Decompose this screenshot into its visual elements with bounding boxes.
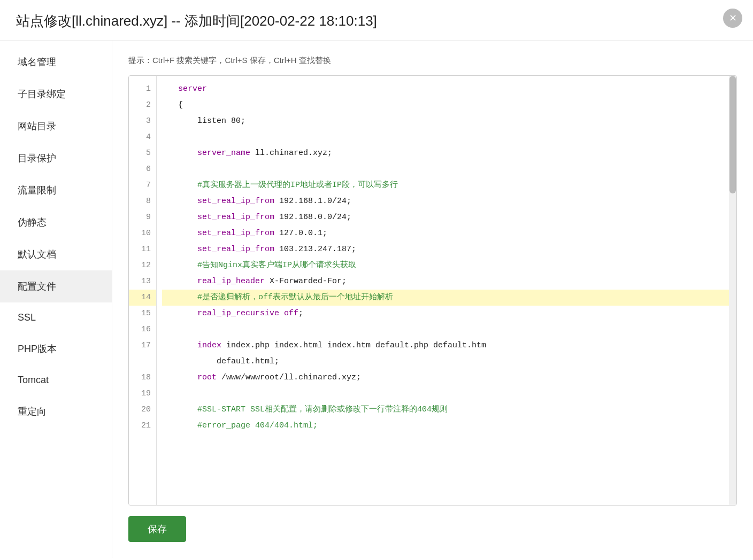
line-number: 8 [129, 193, 156, 209]
save-button[interactable]: 保存 [128, 516, 186, 542]
line-number: 13 [129, 274, 156, 290]
save-btn-row: 保存 [128, 513, 737, 542]
sidebar-item-ssl[interactable]: SSL [0, 302, 112, 333]
line-number: 7 [129, 177, 156, 193]
sidebar-item-redirect[interactable]: 重定向 [0, 395, 112, 427]
close-button[interactable]: ✕ [723, 9, 742, 28]
line-number: 14 [129, 290, 156, 306]
code-line: set_real_ip_from 192.168.1.0/24; [162, 193, 736, 209]
code-line: real_ip_header X-Forwarded-For; [162, 274, 736, 290]
code-line: server_name ll.chinared.xyz; [162, 145, 736, 161]
code-editor[interactable]: 123456789101112131415161718192021 server… [129, 76, 736, 505]
line-number: 20 [129, 402, 156, 418]
code-line: set_real_ip_from 127.0.0.1; [162, 225, 736, 242]
code-line: #告知Nginx真实客户端IP从哪个请求头获取 [162, 258, 736, 274]
line-numbers: 123456789101112131415161718192021 [129, 76, 157, 505]
line-number: 19 [129, 386, 156, 402]
sidebar: 域名管理 子目录绑定 网站目录 目录保护 流量限制 伪静态 默认文档 配置文件 … [0, 41, 112, 558]
line-number: 12 [129, 258, 156, 274]
sidebar-item-ratelimit[interactable]: 流量限制 [0, 174, 112, 206]
code-editor-wrapper: 123456789101112131415161718192021 server… [128, 75, 737, 505]
sidebar-item-webroot[interactable]: 网站目录 [0, 110, 112, 142]
code-line: { [162, 97, 736, 113]
line-number [129, 354, 156, 370]
line-number: 15 [129, 306, 156, 322]
code-line: #SSL-START SSL相关配置，请勿删除或修改下一行带注释的404规则 [162, 402, 736, 418]
sidebar-item-phpver[interactable]: PHP版本 [0, 333, 112, 365]
line-number: 11 [129, 242, 156, 258]
page-title: 站点修改[ll.chinared.xyz] -- 添加时间[2020-02-22… [0, 0, 753, 41]
hint-bar: 提示：Ctrl+F 搜索关键字，Ctrl+S 保存，Ctrl+H 查找替换 [128, 51, 737, 68]
code-line: #是否递归解析，off表示默认从最后一个地址开始解析 [162, 290, 736, 306]
code-line: real_ip_recursive off; [162, 306, 736, 322]
code-line: set_real_ip_from 192.168.0.0/24; [162, 209, 736, 225]
line-number: 2 [129, 97, 156, 113]
line-number: 4 [129, 129, 156, 145]
line-number: 1 [129, 81, 156, 97]
code-lines[interactable]: server{ listen 80; server_name ll.chinar… [157, 76, 736, 505]
sidebar-item-dirprotect[interactable]: 目录保护 [0, 142, 112, 174]
line-number: 5 [129, 145, 156, 161]
line-number: 17 [129, 338, 156, 354]
code-line [162, 129, 736, 145]
code-line: server [162, 81, 736, 97]
line-number: 16 [129, 322, 156, 338]
code-line: set_real_ip_from 103.213.247.187; [162, 242, 736, 258]
sidebar-item-subdir[interactable]: 子目录绑定 [0, 78, 112, 110]
line-number: 6 [129, 161, 156, 177]
code-line [162, 386, 736, 402]
code-line: #error_page 404/404.html; [162, 418, 736, 434]
code-line [162, 322, 736, 338]
code-line [162, 161, 736, 177]
content-area: 提示：Ctrl+F 搜索关键字，Ctrl+S 保存，Ctrl+H 查找替换 12… [112, 41, 753, 558]
code-line: index index.php index.html index.htm def… [162, 338, 736, 354]
sidebar-item-defaultdoc[interactable]: 默认文档 [0, 238, 112, 270]
scrollbar-track[interactable] [729, 76, 736, 505]
code-line: listen 80; [162, 113, 736, 129]
sidebar-item-pseudostatic[interactable]: 伪静态 [0, 206, 112, 238]
code-line: default.html; [162, 354, 736, 370]
code-line: root /www/wwwroot/ll.chinared.xyz; [162, 370, 736, 386]
line-number: 10 [129, 225, 156, 242]
sidebar-item-domain[interactable]: 域名管理 [0, 46, 112, 78]
sidebar-item-config[interactable]: 配置文件 [0, 270, 112, 302]
line-number: 18 [129, 370, 156, 386]
line-number: 3 [129, 113, 156, 129]
code-line: #真实服务器上一级代理的IP地址或者IP段，可以写多行 [162, 177, 736, 193]
scrollbar-thumb[interactable] [729, 76, 736, 193]
line-number: 21 [129, 418, 156, 434]
line-number: 9 [129, 209, 156, 225]
sidebar-item-tomcat[interactable]: Tomcat [0, 365, 112, 395]
